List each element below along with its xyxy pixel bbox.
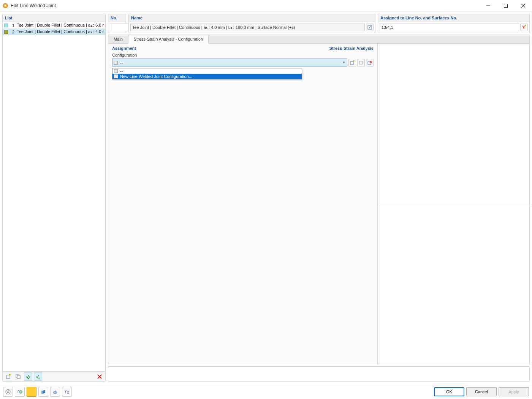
check-icon bbox=[114, 74, 118, 78]
svg-point-0 bbox=[3, 3, 8, 8]
list-item-text: Tee Joint | Double Fillet | Continuous |… bbox=[17, 29, 104, 34]
edit-name-icon[interactable] bbox=[366, 24, 374, 31]
list-item-num: 2 bbox=[10, 30, 14, 34]
top-fields: No. Name Assigned to Line No. and Surfac… bbox=[108, 14, 530, 33]
chevron-down-icon: ▼ bbox=[342, 61, 345, 64]
svg-line-12 bbox=[98, 375, 101, 378]
configuration-label: Configuration bbox=[112, 53, 374, 59]
pick-assigned-icon[interactable] bbox=[520, 24, 528, 31]
list-header: List bbox=[3, 14, 105, 22]
tabs-area: Main Stress-Strain Analysis - Configurat… bbox=[108, 35, 530, 364]
preview-column bbox=[377, 44, 529, 364]
ssa-header: Stress-Strain Analysis bbox=[329, 46, 374, 51]
list-item[interactable]: 2 Tee Joint | Double Fillet | Continuous… bbox=[3, 28, 105, 35]
svg-line-23 bbox=[370, 61, 372, 63]
svg-point-1 bbox=[5, 5, 6, 6]
units-icon[interactable]: 0,00 bbox=[15, 387, 25, 397]
svg-point-25 bbox=[7, 391, 9, 393]
app-icon bbox=[2, 3, 8, 9]
help-icon[interactable] bbox=[3, 387, 13, 397]
name-field-box: Name bbox=[128, 14, 375, 33]
no-field-box: No. bbox=[108, 14, 126, 33]
assigned-input[interactable] bbox=[380, 24, 519, 31]
dropdown-item-label: New Line Welded Joint Configuration... bbox=[120, 74, 192, 79]
preview-top bbox=[378, 44, 529, 204]
list-panel: List 1 Tee Joint | Double Fillet | Conti… bbox=[2, 14, 106, 382]
cancel-button[interactable]: Cancel bbox=[466, 387, 497, 396]
comment-box[interactable] bbox=[108, 366, 530, 382]
edit-config-icon[interactable] bbox=[357, 59, 365, 66]
dropdown-item-label: -- bbox=[120, 69, 123, 73]
svg-text:00: 00 bbox=[20, 390, 22, 394]
svg-rect-21 bbox=[368, 62, 371, 65]
maximize-button[interactable] bbox=[497, 0, 515, 11]
color-icon[interactable] bbox=[27, 387, 36, 397]
close-button[interactable] bbox=[515, 0, 532, 11]
list-item[interactable]: 1 Tee Joint | Double Fillet | Continuous… bbox=[3, 22, 105, 28]
dropdown-item-blank[interactable]: -- bbox=[112, 68, 302, 74]
new-config-icon[interactable] bbox=[348, 59, 356, 66]
configuration-row: -- ▼ bbox=[112, 59, 374, 66]
svg-rect-3 bbox=[504, 4, 508, 7]
svg-line-13 bbox=[98, 375, 101, 378]
tab-main[interactable]: Main bbox=[108, 35, 128, 43]
no-label: No. bbox=[108, 14, 126, 22]
check-all-icon[interactable] bbox=[24, 372, 32, 381]
name-label: Name bbox=[129, 14, 375, 22]
svg-rect-14 bbox=[368, 25, 372, 29]
list-items: 1 Tee Joint | Double Fillet | Continuous… bbox=[3, 22, 105, 371]
uncheck-all-icon[interactable] bbox=[34, 372, 42, 381]
titlebar: Edit Line Welded Joint bbox=[0, 0, 532, 11]
svg-text:f: f bbox=[65, 390, 66, 394]
name-input[interactable] bbox=[130, 24, 365, 31]
svg-line-4 bbox=[521, 4, 525, 8]
new-item-icon[interactable] bbox=[4, 372, 13, 381]
tab-bar: Main Stress-Strain Analysis - Configurat… bbox=[108, 35, 529, 44]
section-header: Assignment Stress-Strain Analysis bbox=[112, 46, 374, 53]
svg-point-24 bbox=[6, 390, 10, 394]
window-controls bbox=[480, 0, 532, 11]
list-toolbar bbox=[3, 371, 105, 381]
bottom-bar: 0,00 fx OK Cancel Apply bbox=[0, 384, 532, 399]
svg-rect-17 bbox=[350, 62, 353, 65]
svg-text:x: x bbox=[67, 390, 69, 394]
assignment-header: Assignment bbox=[112, 46, 136, 51]
main-area: List 1 Tee Joint | Double Fillet | Conti… bbox=[0, 11, 532, 384]
svg-rect-28 bbox=[41, 391, 43, 394]
list-item-num: 1 bbox=[10, 23, 14, 28]
configuration-combo[interactable]: -- ▼ bbox=[112, 59, 347, 66]
ok-button[interactable]: OK bbox=[434, 387, 464, 396]
preview-bottom bbox=[378, 204, 529, 364]
window-title: Edit Line Welded Joint bbox=[11, 3, 56, 8]
svg-line-5 bbox=[521, 4, 525, 8]
svg-rect-9 bbox=[16, 374, 19, 377]
tab-body: Assignment Stress-Strain Analysis Config… bbox=[108, 44, 529, 364]
svg-rect-10 bbox=[17, 375, 20, 378]
color-swatch bbox=[4, 24, 8, 27]
svg-line-22 bbox=[370, 61, 372, 63]
apply-button[interactable]: Apply bbox=[499, 387, 529, 396]
tab-ssa[interactable]: Stress-Strain Analysis - Configuration bbox=[128, 35, 209, 44]
delete-item-icon[interactable] bbox=[95, 372, 104, 381]
right-content: No. Name Assigned to Line No. and Surfac… bbox=[108, 14, 530, 382]
render-icon[interactable] bbox=[50, 387, 60, 397]
assigned-field-box: Assigned to Line No. and Surfaces No. bbox=[378, 14, 530, 33]
svg-rect-20 bbox=[359, 61, 363, 64]
combo-check-icon bbox=[114, 61, 118, 65]
svg-text:0,: 0, bbox=[17, 390, 21, 394]
dropdown-item-new[interactable]: New Line Welded Joint Configuration... bbox=[112, 74, 302, 79]
remove-config-icon[interactable] bbox=[366, 59, 374, 66]
svg-point-29 bbox=[53, 391, 57, 394]
svg-rect-6 bbox=[6, 375, 10, 378]
assigned-label: Assigned to Line No. and Surfaces No. bbox=[378, 14, 529, 22]
configuration-dropdown: -- New Line Welded Joint Configuration..… bbox=[112, 68, 302, 79]
graphics-icon[interactable] bbox=[38, 387, 48, 397]
color-swatch bbox=[4, 30, 8, 34]
check-icon bbox=[114, 69, 118, 73]
list-item-text: Tee Joint | Double Fillet | Continuous |… bbox=[17, 23, 104, 28]
function-icon[interactable]: fx bbox=[62, 387, 72, 397]
minimize-button[interactable] bbox=[480, 0, 497, 11]
combo-value: -- bbox=[120, 60, 342, 65]
assignment-column: Assignment Stress-Strain Analysis Config… bbox=[108, 44, 377, 364]
copy-item-icon[interactable] bbox=[14, 372, 22, 381]
